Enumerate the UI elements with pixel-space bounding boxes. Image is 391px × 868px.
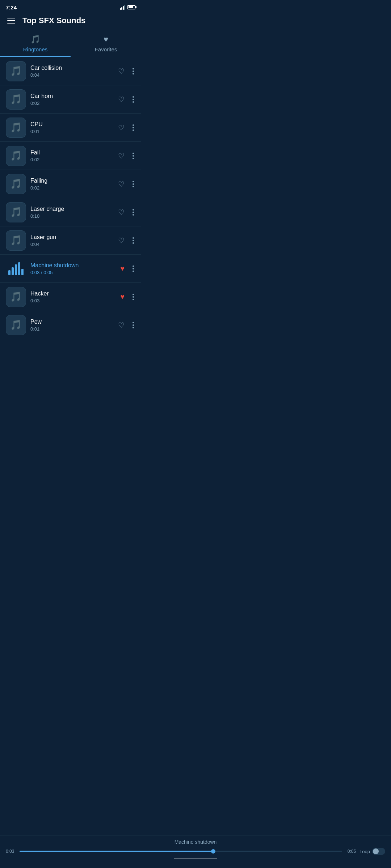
more-button-3[interactable] (131, 123, 135, 132)
sound-duration-10: 0:01 (30, 326, 112, 332)
music-note-icon-7: 🎵 (10, 235, 22, 246)
tab-ringtones[interactable]: 🎵 Ringtones (0, 31, 71, 57)
sound-info-7: Laser gun 0:04 (30, 234, 112, 247)
more-button-7[interactable] (131, 236, 135, 245)
tab-bar: 🎵 Ringtones ♥ Favorites (0, 31, 141, 57)
menu-line-3 (7, 23, 15, 24)
like-button-3[interactable]: ♡ (117, 122, 126, 133)
music-note-icon-9: 🎵 (10, 291, 22, 302)
like-button-10[interactable]: ♡ (117, 319, 126, 331)
sound-duration-1: 0:04 (30, 72, 112, 78)
sound-item-machine-shutdown[interactable]: Machine shutdown 0:03 / 0:05 ♥ (0, 255, 141, 283)
favorites-tab-label: Favorites (95, 46, 117, 52)
sound-actions-4: ♡ (117, 150, 135, 162)
tab-favorites[interactable]: ♥ Favorites (71, 31, 141, 57)
music-note-icon-5: 🎵 (10, 178, 22, 190)
signal-bar-3 (123, 6, 124, 10)
sound-info-10: Pew 0:01 (30, 319, 112, 332)
sound-item-hacker[interactable]: 🎵 Hacker 0:03 ♥ (0, 283, 141, 311)
like-button-7[interactable]: ♡ (117, 235, 126, 246)
sound-actions-3: ♡ (117, 122, 135, 133)
battery-icon (127, 5, 135, 9)
menu-line-2 (7, 20, 15, 21)
more-button-2[interactable] (131, 95, 135, 104)
sound-name-2: Car horn (30, 93, 112, 99)
sound-info-6: Laser charge 0:10 (30, 206, 112, 219)
signal-icon (120, 5, 125, 10)
music-note-icon-2: 🎵 (10, 94, 22, 105)
sound-name-6: Laser charge (30, 206, 112, 212)
sound-actions-10: ♡ (117, 319, 135, 331)
like-button-2[interactable]: ♡ (117, 94, 126, 105)
sound-item-laser-charge[interactable]: 🎵 Laser charge 0:10 ♡ (0, 198, 141, 226)
more-button-10[interactable] (131, 320, 135, 330)
more-button-4[interactable] (131, 151, 135, 161)
ringtones-icon: 🎵 (30, 35, 40, 44)
like-button-1[interactable]: ♡ (117, 65, 126, 77)
music-note-icon-4: 🎵 (10, 150, 22, 161)
signal-bar-1 (120, 8, 121, 10)
sound-name-5: Falling (30, 178, 112, 184)
sound-info-9: Hacker 0:03 (30, 290, 114, 303)
signal-bar-4 (124, 5, 125, 10)
sound-duration-5: 0:02 (30, 185, 112, 191)
sound-info-2: Car horn 0:02 (30, 93, 112, 106)
sound-duration-4: 0:02 (30, 157, 112, 162)
sound-item-pew[interactable]: 🎵 Pew 0:01 ♡ (0, 311, 141, 339)
sound-thumb-2: 🎵 (6, 89, 26, 110)
sound-item-fail[interactable]: 🎵 Fail 0:02 ♡ (0, 142, 141, 170)
sound-name-4: Fail (30, 149, 112, 156)
sound-item-laser-gun[interactable]: 🎵 Laser gun 0:04 ♡ (0, 226, 141, 255)
sound-item-car-horn[interactable]: 🎵 Car horn 0:02 ♡ (0, 85, 141, 114)
menu-button[interactable] (6, 16, 17, 25)
sound-thumb-5: 🎵 (6, 174, 26, 194)
sound-thumb-1: 🎵 (6, 61, 26, 81)
sound-item-car-collision[interactable]: 🎵 Car collision 0:04 ♡ (0, 57, 141, 85)
wave-bar-1 (8, 270, 10, 275)
sound-info-5: Falling 0:02 (30, 178, 112, 191)
sound-item-falling[interactable]: 🎵 Falling 0:02 ♡ (0, 170, 141, 198)
favorites-icon: ♥ (104, 35, 108, 44)
more-button-8[interactable] (131, 264, 135, 273)
more-button-5[interactable] (131, 179, 135, 189)
more-button-1[interactable] (131, 67, 135, 76)
sound-item-cpu[interactable]: 🎵 CPU 0:01 ♡ (0, 114, 141, 142)
app-header: Top SFX Sounds (0, 13, 141, 31)
music-note-icon-10: 🎵 (10, 319, 22, 331)
sound-duration-2: 0:02 (30, 101, 112, 106)
sound-actions-1: ♡ (117, 65, 135, 77)
sound-duration-6: 0:10 (30, 213, 112, 219)
more-button-6[interactable] (131, 208, 135, 217)
sound-actions-9: ♥ (119, 291, 135, 302)
music-note-icon-3: 🎵 (10, 122, 22, 133)
sound-duration-3: 0:01 (30, 129, 112, 134)
sound-info-1: Car collision 0:04 (30, 65, 112, 78)
music-note-icon-1: 🎵 (10, 65, 22, 77)
sound-duration-8: 0:03 / 0:05 (30, 270, 114, 275)
like-button-9[interactable]: ♥ (119, 291, 126, 302)
like-button-4[interactable]: ♡ (117, 150, 126, 162)
more-button-9[interactable] (131, 292, 135, 302)
sound-thumb-8 (6, 259, 26, 279)
menu-line-1 (7, 18, 15, 18)
sound-actions-5: ♡ (117, 178, 135, 190)
sound-name-1: Car collision (30, 65, 112, 71)
sound-thumb-7: 🎵 (6, 230, 26, 251)
sound-name-9: Hacker (30, 290, 114, 297)
sound-thumb-6: 🎵 (6, 202, 26, 222)
status-icons (120, 5, 135, 10)
waveform-bars (8, 262, 24, 275)
sound-info-8: Machine shutdown 0:03 / 0:05 (30, 262, 114, 275)
like-button-5[interactable]: ♡ (117, 178, 126, 190)
wave-bar-4 (18, 262, 20, 275)
sound-actions-6: ♡ (117, 207, 135, 218)
sound-list: 🎵 Car collision 0:04 ♡ 🎵 Car horn 0:02 ♡ (0, 57, 141, 375)
status-bar: 7:24 (0, 0, 141, 13)
like-button-6[interactable]: ♡ (117, 207, 126, 218)
sound-actions-8: ♥ (119, 263, 135, 274)
like-button-8[interactable]: ♥ (119, 263, 126, 274)
wave-bar-2 (12, 267, 14, 275)
music-note-icon-6: 🎵 (10, 207, 22, 218)
status-time: 7:24 (6, 4, 17, 10)
sound-name-7: Laser gun (30, 234, 112, 241)
